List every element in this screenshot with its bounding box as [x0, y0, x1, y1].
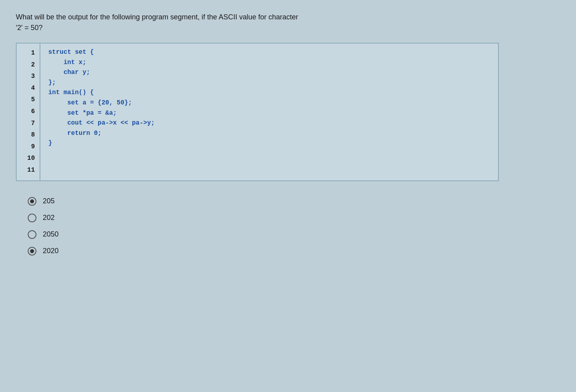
option-label: 2050 [43, 230, 59, 239]
code-lines-column: struct set { int x; char y;};int main() … [40, 44, 498, 180]
line-number: 6 [17, 106, 40, 118]
option-label: 205 [43, 197, 55, 205]
option-item[interactable]: 2020 [28, 247, 560, 256]
code-line: int main() { [48, 88, 490, 98]
line-number: 11 [17, 165, 40, 176]
option-item[interactable]: 202 [28, 214, 560, 222]
option-item[interactable]: 205 [28, 197, 560, 206]
line-number: 1 [17, 47, 40, 59]
code-line: }; [48, 78, 490, 88]
line-number: 2 [17, 59, 40, 71]
code-line: char y; [48, 68, 490, 78]
code-block: 1234567891011 struct set { int x; char y… [16, 43, 499, 181]
line-number: 8 [17, 129, 40, 141]
option-label: 2020 [43, 247, 59, 255]
code-line: return 0; [48, 129, 490, 139]
line-number: 9 [17, 141, 40, 153]
code-line: set *pa = &a; [48, 108, 490, 119]
code-line: set a = {20, 50}; [48, 98, 490, 108]
question-text: What will be the output for the followin… [16, 12, 491, 33]
radio-button[interactable] [28, 214, 36, 222]
question-line2: '2' = 50? [16, 24, 42, 32]
line-number: 3 [17, 71, 40, 83]
line-number: 4 [17, 83, 40, 95]
radio-button[interactable] [28, 197, 36, 206]
option-label: 202 [43, 214, 55, 222]
line-number: 10 [17, 153, 40, 165]
line-number: 7 [17, 118, 40, 130]
options-list: 20520220502020 [16, 197, 560, 256]
line-numbers-column: 1234567891011 [17, 44, 40, 180]
code-line: cout << pa->x << pa->y; [48, 118, 490, 129]
line-number: 5 [17, 94, 40, 106]
radio-button[interactable] [28, 230, 36, 239]
radio-button[interactable] [28, 247, 36, 256]
question-line1: What will be the output for the followin… [16, 13, 298, 21]
code-line: int x; [48, 58, 490, 68]
option-item[interactable]: 2050 [28, 230, 560, 239]
code-line: } [48, 138, 490, 149]
code-line: struct set { [48, 47, 490, 58]
